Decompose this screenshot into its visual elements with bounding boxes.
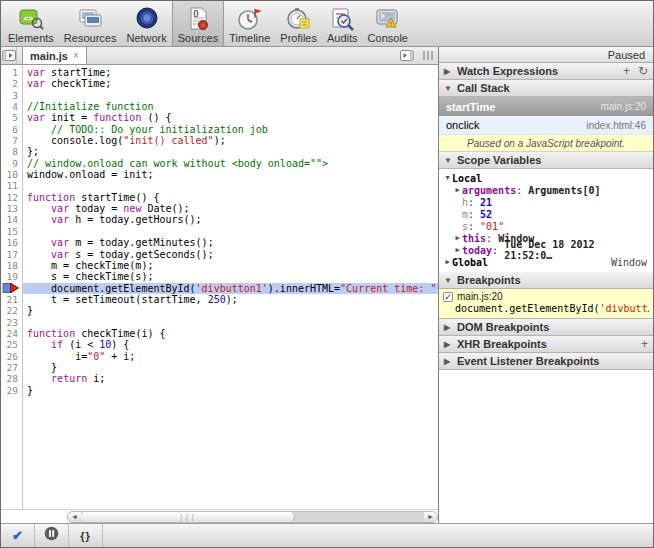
line-number-gutter[interactable]: 3: [1, 90, 23, 101]
line-number-gutter[interactable]: 28: [1, 373, 23, 384]
code-text[interactable]: var s = today.getSeconds();: [23, 249, 438, 260]
code-text[interactable]: [23, 90, 438, 101]
toolbar-tab-sources[interactable]: {}Sources: [172, 1, 224, 46]
code-text[interactable]: console.log("init() called");: [23, 135, 438, 146]
code-area[interactable]: 1var startTime;2var checkTime;34//Initia…: [1, 65, 438, 396]
line-number-gutter[interactable]: 10: [1, 169, 23, 180]
scope-variable-row[interactable]: ▶today: Tue Dec 18 2012 21:52:0…: [439, 244, 653, 256]
line-number-gutter[interactable]: 16: [1, 237, 23, 248]
line-number-gutter[interactable]: 21: [1, 294, 23, 305]
line-number-gutter[interactable]: 24: [1, 328, 23, 339]
code-text[interactable]: }: [23, 385, 438, 396]
xhr-breakpoints-header[interactable]: ▶ XHR Breakpoints +: [439, 336, 653, 353]
toolbar-tab-console[interactable]: !Console: [363, 1, 413, 46]
scrollbar-track[interactable]: [295, 512, 424, 522]
line-number-gutter[interactable]: 23: [1, 317, 23, 328]
chevron-right-icon[interactable]: ▶: [453, 186, 462, 194]
add-xhr-breakpoint-icon[interactable]: +: [641, 337, 648, 351]
refresh-icon[interactable]: ↻: [638, 64, 648, 78]
line-number-gutter[interactable]: 15: [1, 226, 23, 237]
scope-variable-row[interactable]: ▼Local: [439, 172, 653, 184]
toolbar-tab-audits[interactable]: Audits: [322, 1, 363, 46]
pause-on-exceptions-button[interactable]: [35, 524, 69, 547]
scope-variables-header[interactable]: ▼ Scope Variables: [439, 152, 653, 169]
scope-variable-row[interactable]: ▶arguments: Arguments[0]: [439, 184, 653, 196]
code-text[interactable]: i="0" + i;: [23, 351, 438, 362]
scroll-right-button[interactable]: ►: [424, 512, 437, 522]
scroll-left-button[interactable]: ◄: [68, 512, 81, 522]
line-number-gutter[interactable]: 18: [1, 260, 23, 271]
code-text[interactable]: m = checkTime(m);: [23, 260, 438, 271]
event-listener-breakpoints-header[interactable]: ▶ Event Listener Breakpoints: [439, 353, 653, 370]
breakpoint-checkbox[interactable]: ✓: [443, 292, 453, 302]
code-text[interactable]: var init = function () {: [23, 112, 438, 123]
line-number-gutter[interactable]: 14: [1, 214, 23, 225]
toolbar-tab-resources[interactable]: Resources: [59, 1, 122, 46]
code-text[interactable]: // TODO:: Do your initialization job: [23, 124, 438, 135]
code-text[interactable]: //Initialize function: [23, 101, 438, 112]
tab-main-js[interactable]: main.js ×: [22, 47, 87, 64]
code-text[interactable]: // window.onload can work without <body …: [23, 158, 438, 169]
code-text[interactable]: }: [23, 305, 438, 316]
line-number-gutter[interactable]: 1: [1, 67, 23, 78]
code-text[interactable]: [23, 180, 438, 191]
toolbar-tab-profiles[interactable]: Profiles: [275, 1, 322, 46]
code-text[interactable]: var startTime;: [23, 67, 438, 78]
dom-breakpoints-header[interactable]: ▶ DOM Breakpoints: [439, 319, 653, 336]
code-text[interactable]: }: [23, 362, 438, 373]
code-text[interactable]: var checkTime;: [23, 78, 438, 89]
chevron-right-icon[interactable]: ▶: [453, 246, 462, 254]
chevron-down-icon[interactable]: ▼: [443, 174, 452, 182]
execution-breakpoint-marker-icon[interactable]: [1, 283, 23, 294]
code-text[interactable]: s = checkTime(s);: [23, 271, 438, 282]
code-text[interactable]: document.getElementById('divbutton1').in…: [23, 283, 438, 294]
line-number-gutter[interactable]: 29: [1, 385, 23, 396]
line-number-gutter[interactable]: 19: [1, 271, 23, 282]
line-number-gutter[interactable]: 6: [1, 124, 23, 135]
console-toggle-button[interactable]: ✔: [1, 524, 35, 547]
line-number-gutter[interactable]: 5: [1, 112, 23, 123]
line-number-gutter[interactable]: 25: [1, 339, 23, 350]
line-number-gutter[interactable]: 17: [1, 249, 23, 260]
horizontal-scrollbar[interactable]: ◄ | | | ►: [1, 509, 438, 523]
pretty-print-button[interactable]: {}: [69, 524, 103, 547]
line-number-gutter[interactable]: 11: [1, 180, 23, 191]
code-text[interactable]: var m = today.getMinutes();: [23, 237, 438, 248]
code-text[interactable]: return i;: [23, 373, 438, 384]
line-number-gutter[interactable]: 4: [1, 101, 23, 112]
close-icon[interactable]: ×: [73, 50, 79, 61]
breakpoint-entry[interactable]: ✓ main.js:20 document.getElementById('di…: [439, 289, 653, 319]
toolbar-tab-timeline[interactable]: Timeline: [224, 1, 275, 46]
code-text[interactable]: [23, 226, 438, 237]
chevron-right-icon[interactable]: ▶: [453, 234, 462, 242]
splitter-grip[interactable]: [418, 47, 438, 64]
code-text[interactable]: if (i < 10) {: [23, 339, 438, 350]
code-text[interactable]: [23, 317, 438, 328]
code-text[interactable]: function startTime() {: [23, 192, 438, 203]
code-text[interactable]: function checkTime(i) {: [23, 328, 438, 339]
call-stack-frame[interactable]: onclickindex.html:46: [439, 116, 653, 135]
line-number-gutter[interactable]: 9: [1, 158, 23, 169]
line-number-gutter[interactable]: 12: [1, 192, 23, 203]
line-number-gutter[interactable]: 27: [1, 362, 23, 373]
source-editor[interactable]: 1var startTime;2var checkTime;34//Initia…: [1, 65, 438, 509]
line-number-gutter[interactable]: 8: [1, 146, 23, 157]
breakpoints-header[interactable]: ▼ Breakpoints: [439, 272, 653, 289]
line-number-gutter[interactable]: 26: [1, 351, 23, 362]
scrollbar-thumb[interactable]: | | |: [81, 512, 295, 522]
code-text[interactable]: t = setTimeout(startTime, 250);: [23, 294, 438, 305]
chevron-right-icon[interactable]: ▶: [443, 258, 452, 266]
add-watch-icon[interactable]: +: [623, 64, 630, 78]
code-text[interactable]: var h = today.getHours();: [23, 214, 438, 225]
line-number-gutter[interactable]: 13: [1, 203, 23, 214]
toolbar-tab-elements[interactable]: <>Elements: [3, 1, 59, 46]
call-stack-frame[interactable]: startTimemain.js:20: [439, 97, 653, 116]
call-stack-header[interactable]: ▼ Call Stack: [439, 80, 653, 97]
toolbar-tab-network[interactable]: Network: [121, 1, 171, 46]
code-text[interactable]: };: [23, 146, 438, 157]
show-drawer-button[interactable]: [396, 47, 418, 64]
code-text[interactable]: window.onload = init;: [23, 169, 438, 180]
line-number-gutter[interactable]: 2: [1, 78, 23, 89]
watch-expressions-header[interactable]: ▶ Watch Expressions + ↻: [439, 63, 653, 80]
code-text[interactable]: var today = new Date();: [23, 203, 438, 214]
